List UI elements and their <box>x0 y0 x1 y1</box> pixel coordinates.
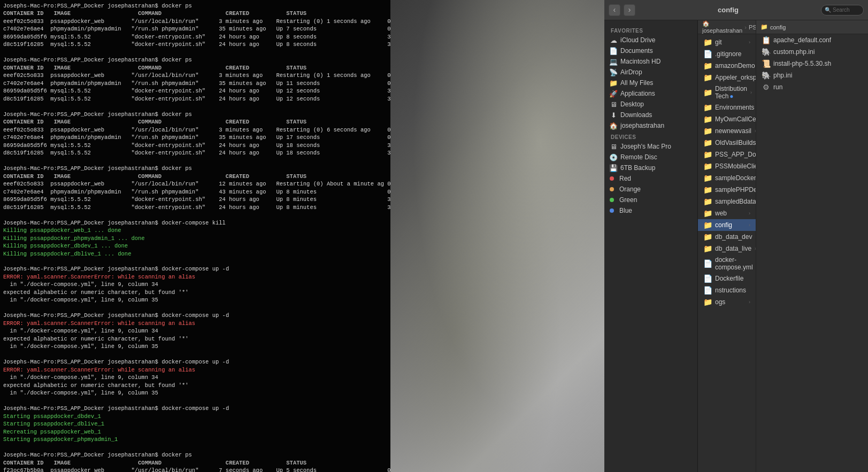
subfile-item[interactable]: 📜 install-php-5.5.30.sh <box>756 58 868 69</box>
sidebar-item[interactable]: Green <box>604 195 697 205</box>
subfile-name: apache_default.conf <box>773 36 831 44</box>
file-item[interactable]: 📁 Environments › <box>698 102 756 113</box>
sidebar-item-label: iCloud Drive <box>620 36 655 44</box>
file-item[interactable]: 📁 Appeler_orkspace › <box>698 72 756 83</box>
file-name: sampledBdata <box>715 198 756 205</box>
sidebar-item-label: All My Files <box>620 79 653 87</box>
sidebar-item-label: AirDrop <box>620 68 642 76</box>
file-icon: 📁 <box>703 233 712 241</box>
file-name: samplePHPDemo <box>715 186 756 194</box>
subfile-icon: 📜 <box>762 59 770 68</box>
sidebar-item[interactable]: 💿 Remote Disc <box>604 152 697 163</box>
file-item[interactable]: 📁 sampleDocker › <box>698 172 756 184</box>
file-panel: 🏠 josephastrahan › PSS_APP_Docker › conf… <box>698 20 756 472</box>
file-name: db_data_live <box>715 245 751 252</box>
finder-body: Favorites ☁ iCloud Drive 📄 Documents 💻 M… <box>604 20 868 472</box>
sidebar-icon: 📡 <box>610 68 617 76</box>
file-name: Dockerfile <box>715 275 743 282</box>
sidebar-icon: 🚀 <box>610 90 617 97</box>
file-item[interactable]: 📁 OldVasilBuilds › <box>698 137 756 149</box>
subfile-item[interactable]: 📋 apache_default.conf <box>756 34 868 46</box>
search-input[interactable]: 🔍 Search <box>821 5 864 16</box>
sidebar-item[interactable]: Blue <box>604 205 697 216</box>
file-item[interactable]: 📁 MyOwnCallCenter › <box>698 113 756 125</box>
file-item[interactable]: 📁 samplePHPDemo › <box>698 184 756 196</box>
file-item[interactable]: 📁 PSS_APP_Docker › <box>698 149 756 160</box>
file-icon: 📁 <box>703 115 712 123</box>
file-name: ogs <box>715 298 725 306</box>
subfile-list: 📋 apache_default.conf 🐘 custom.php.ini 📜… <box>756 34 868 93</box>
sidebar-item-label: 6TB Backup <box>620 164 655 172</box>
sidebar-item[interactable]: ☁ iCloud Drive <box>604 35 697 45</box>
sidebar-item-label: Blue <box>619 207 632 214</box>
forward-button[interactable]: › <box>624 4 635 16</box>
sidebar-item[interactable]: 🖥 Joseph's Mac Pro <box>604 141 697 152</box>
file-item[interactable]: 📁 ogs › <box>698 296 756 308</box>
file-item[interactable]: 📄 Dockerfile <box>698 273 756 284</box>
sidebar-section-label: Favorites <box>604 25 697 35</box>
sidebar-item[interactable]: ⬇ Downloads <box>604 110 697 120</box>
subfile-item[interactable]: 🐘 php.ini <box>756 69 868 81</box>
file-icon: 📁 <box>703 209 712 218</box>
file-item[interactable]: 📁 newnewvasil › <box>698 125 756 137</box>
sidebar-item[interactable]: 🏠 josephastrahan <box>604 120 697 131</box>
path-item[interactable]: PSS_APP_Docker <box>749 24 756 30</box>
chevron-icon: › <box>749 299 750 305</box>
subfile-name: install-php-5.5.30.sh <box>773 60 831 67</box>
file-icon: 📁 <box>703 150 712 159</box>
file-item[interactable]: 📁 config › <box>698 219 756 231</box>
file-item[interactable]: 📁 db_data_dev › <box>698 231 756 243</box>
sidebar-item[interactable]: 🚀 Applications <box>604 88 697 99</box>
sidebar-item[interactable]: 💾 6TB Backup <box>604 163 697 173</box>
file-icon: 📄 <box>703 274 712 283</box>
subfile-icon: 🐘 <box>762 48 770 56</box>
file-item[interactable]: 📄 nstructions <box>698 284 756 296</box>
file-name: git <box>715 38 722 46</box>
file-icon: 📁 <box>703 244 712 253</box>
sidebar-item-label: Orange <box>619 185 641 193</box>
file-name: newnewvasil <box>715 127 751 135</box>
file-name: sampleDocker <box>715 174 756 182</box>
sidebar-item[interactable]: 📄 Documents <box>604 45 697 56</box>
chevron-icon: › <box>749 211 750 216</box>
subfile-item[interactable]: ⚙ run <box>756 81 868 93</box>
sidebar-item[interactable]: 📡 AirDrop <box>604 67 697 78</box>
file-name: Distribution Tech● <box>715 85 747 100</box>
file-item[interactable]: 📁 Distribution Tech● › <box>698 83 756 102</box>
sidebar-item-label: Joseph's Mac Pro <box>620 143 671 150</box>
file-icon: 📁 <box>703 185 712 194</box>
file-icon: 📁 <box>703 174 712 182</box>
file-item[interactable]: 📁 db_data_live › <box>698 243 756 254</box>
sidebar-item[interactable]: Orange <box>604 184 697 195</box>
file-name: OldVasilBuilds <box>715 139 756 146</box>
sidebar-item-label: Documents <box>620 47 653 55</box>
file-item[interactable]: 📁 git › <box>698 36 756 48</box>
file-item[interactable]: 📁 PSSMobileClient › <box>698 160 756 172</box>
sidebar-item-label: Applications <box>620 90 655 97</box>
sidebar-item-label: Downloads <box>620 111 652 119</box>
file-icon: 📁 <box>703 103 712 112</box>
file-item[interactable]: 📄 .gitignore <box>698 48 756 60</box>
file-item[interactable]: 📁 amazonDemo › <box>698 60 756 72</box>
sidebar-item[interactable]: 🖥 Desktop <box>604 99 697 110</box>
file-item[interactable]: 📁 web › <box>698 207 756 219</box>
file-name: nstructions <box>715 287 746 294</box>
sidebar-item[interactable]: 💻 Macintosh HD <box>604 56 697 67</box>
file-item[interactable]: 📁 sampledBdata › <box>698 196 756 207</box>
folder-icon: 📁 <box>761 24 768 30</box>
sidebar-icon: ⬇ <box>610 111 617 119</box>
path-item[interactable]: 🏠 josephastrahan <box>702 20 742 34</box>
finder-title: config <box>639 6 818 14</box>
sidebar-icon: 🖥 <box>610 100 617 108</box>
subfile-item[interactable]: 🐘 custom.php.ini <box>756 46 868 58</box>
sidebar-icon: 📄 <box>610 47 617 55</box>
file-icon: 📁 <box>703 127 712 135</box>
sidebar-icon: 🖥 <box>610 143 617 150</box>
file-item[interactable]: 📄 docker-compose.yml <box>698 254 756 273</box>
file-icon: 📁 <box>703 221 712 229</box>
subfile-icon: 📋 <box>762 36 770 44</box>
back-button[interactable]: ‹ <box>609 4 620 16</box>
dot-icon <box>610 208 614 213</box>
sidebar-item[interactable]: 📁 All My Files <box>604 78 697 88</box>
sidebar-item[interactable]: Red <box>604 173 697 184</box>
